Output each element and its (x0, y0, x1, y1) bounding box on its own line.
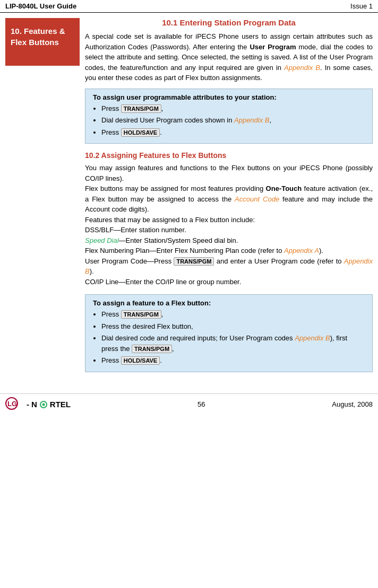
box1-list: Press TRANS/PGM, Dial desired User Progr… (101, 103, 365, 138)
chapter-label: 10. Features & Flex Buttons (5, 18, 80, 66)
section-10-1-body: A special code set is available for iPEC… (85, 31, 373, 83)
hold-save-kbd-2: HOLD/SAVE (121, 356, 160, 365)
hold-save-kbd-1: HOLD/SAVE (121, 128, 160, 137)
trans-pgm-kbd-1: TRANS/PGM (121, 104, 161, 113)
footer-logo: LG - NRTEL (5, 397, 71, 412)
box2-item-1: Press TRANS/PGM, (101, 309, 365, 320)
footer-date: August, 2008 (332, 400, 373, 408)
nortel-o-icon (40, 401, 47, 408)
svg-text:LG: LG (7, 400, 17, 408)
sidebar: 10. Features & Flex Buttons (5, 18, 80, 378)
nortel-rtel: RTEL (50, 400, 71, 409)
page-footer: LG - NRTEL 56 August, 2008 (0, 393, 378, 415)
appendix-b-link-2[interactable]: Appendix B (234, 116, 270, 124)
section-10-1-heading: 10.1 Entering Station Program Data (85, 18, 373, 27)
trans-pgm-kbd-4: TRANS/PGM (132, 345, 172, 353)
box1-item-3: Press HOLD/SAVE. (101, 127, 365, 138)
issue-label: Issue 1 (350, 2, 373, 10)
trans-pgm-kbd-3: TRANS/PGM (121, 310, 161, 319)
nortel-text: N (31, 400, 37, 409)
doc-title: LIP-8040L User Guide (5, 2, 76, 10)
box1-item-1: Press TRANS/PGM, (101, 103, 365, 114)
section-10-2-heading: 10.2 Assigning Features to Flex Buttons (85, 151, 373, 160)
section-10-2-body: You may assign features and functions to… (85, 163, 373, 287)
box2-item-3: Dial desired code and required inputs; f… (101, 333, 365, 354)
box2-item-2: Press the desired Flex button, (101, 321, 365, 332)
page-number: 56 (197, 400, 205, 408)
lg-logo: LG (5, 397, 24, 412)
hyphen: - (27, 400, 29, 409)
box2-title: To assign a feature to a Flex button: (93, 299, 365, 307)
box2-list: Press TRANS/PGM, Press the desired Flex … (101, 309, 365, 366)
content-area: 10.1 Entering Station Program Data A spe… (85, 18, 373, 378)
box2-item-4: Press HOLD/SAVE. (101, 355, 365, 366)
assign-attributes-box: To assign user programmable attributes t… (85, 89, 373, 144)
account-code-link[interactable]: Account Code (235, 195, 279, 203)
appendix-b-link-1[interactable]: Appendix B (284, 64, 320, 72)
appendix-b-link-4[interactable]: Appendix B (295, 334, 330, 342)
speed-dial-link[interactable]: Speed Dial (85, 236, 119, 244)
box1-title: To assign user programmable attributes t… (93, 93, 365, 101)
main-content: 10. Features & Flex Buttons 10.1 Enterin… (0, 13, 378, 383)
trans-pgm-kbd-2: TRANS/PGM (174, 257, 214, 266)
appendix-a-link[interactable]: Appendix A (284, 247, 319, 254)
box1-item-2: Dial desired User Program codes shown in… (101, 115, 365, 126)
assign-flex-box: To assign a feature to a Flex button: Pr… (85, 294, 373, 372)
page-header: LIP-8040L User Guide Issue 1 (0, 0, 378, 13)
